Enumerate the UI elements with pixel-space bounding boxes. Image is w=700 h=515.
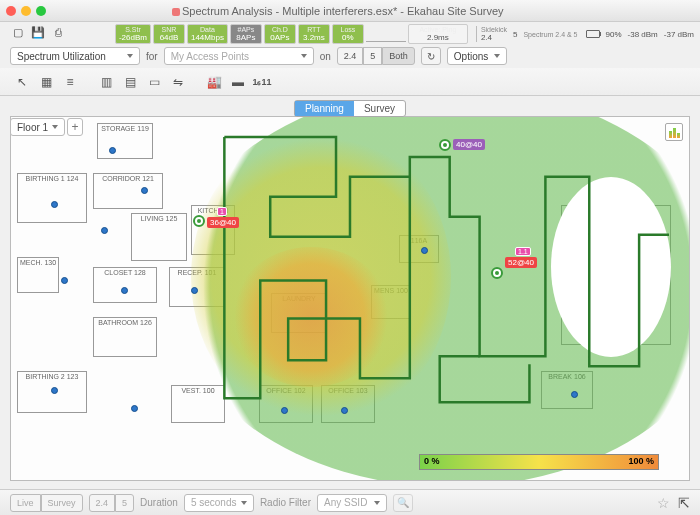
flip-tool[interactable]: ⇋ xyxy=(166,71,190,93)
ap-label-1[interactable]: 136@40 xyxy=(207,217,239,228)
bottom-band5-button[interactable]: 5 xyxy=(115,494,134,512)
battery-icon xyxy=(586,30,600,38)
battery-level: 90% xyxy=(606,30,622,39)
floor-select[interactable]: Floor 1 xyxy=(10,118,65,136)
radiofilter-label: Radio Filter xyxy=(260,497,311,508)
ap-marker-2[interactable] xyxy=(491,267,503,279)
doc-tool[interactable]: ▭ xyxy=(142,71,166,93)
duration-label: Duration xyxy=(140,497,178,508)
refresh-button[interactable]: ↻ xyxy=(421,47,441,65)
tab-planning[interactable]: Planning xyxy=(295,101,354,116)
band-segmented[interactable]: 2.4 5 Both xyxy=(337,47,415,65)
mode-segmented[interactable]: Live Survey xyxy=(10,494,83,512)
band-24-button[interactable]: 2.4 xyxy=(337,47,364,65)
channel-tool[interactable]: 1₆11 xyxy=(250,71,274,93)
ap-label-3[interactable]: 40@40 xyxy=(453,139,485,150)
sidekick-readout: Sidekick2.4 5 Spectrum 2.4 & 5 xyxy=(476,26,578,42)
stat-chd: Ch.D0APs xyxy=(264,24,296,44)
bottom-band24-button[interactable]: 2.4 xyxy=(89,494,116,512)
cursor-tool[interactable]: ↖ xyxy=(10,71,34,93)
ap-select[interactable]: My Access Points xyxy=(164,47,314,65)
stat-rtt: RTT3.2ms xyxy=(298,24,330,44)
dbm1: -38 dBm xyxy=(628,30,658,39)
ap-marker-1[interactable] xyxy=(193,215,205,227)
chart-toggle-button[interactable] xyxy=(665,123,683,141)
stat-loss: Loss0% xyxy=(332,24,364,44)
sparkline xyxy=(366,26,406,42)
search-button[interactable]: 🔍 xyxy=(393,494,413,512)
radiofilter-select[interactable]: Any SSID xyxy=(317,494,387,512)
add-floor-button[interactable]: + xyxy=(67,118,83,136)
tab-survey[interactable]: Survey xyxy=(354,101,405,116)
stat-ping: Active: Ping2.9ms xyxy=(408,24,468,44)
ap-marker-3[interactable] xyxy=(439,139,451,151)
print-icon[interactable]: ⎙ xyxy=(50,24,66,40)
close-icon[interactable] xyxy=(6,6,16,16)
bring-front-tool[interactable]: ▥ xyxy=(94,71,118,93)
survey-path xyxy=(11,117,689,436)
duration-select[interactable]: 5 seconds xyxy=(184,494,254,512)
live-button[interactable]: Live xyxy=(10,494,41,512)
dbm2: -37 dBm xyxy=(664,30,694,39)
stat-data: Data144Mbps xyxy=(187,24,228,44)
share-button[interactable]: ⇱ xyxy=(678,495,690,511)
align-tool[interactable]: ≡ xyxy=(58,71,82,93)
heatmap-legend: 0 % 100 % xyxy=(419,454,659,470)
map-canvas[interactable]: STORAGE 119 BIRTHING 1 124 CORRIDOR 121 … xyxy=(10,116,690,481)
options-button[interactable]: Options xyxy=(447,47,507,65)
favorite-button[interactable]: ☆ xyxy=(657,495,670,511)
zoom-icon[interactable] xyxy=(36,6,46,16)
new-file-icon[interactable]: ▢ xyxy=(10,24,26,40)
wall-tool[interactable]: ▬ xyxy=(226,71,250,93)
texture-tool[interactable]: ▦ xyxy=(34,71,58,93)
factory-tool[interactable]: 🏭 xyxy=(202,71,226,93)
band-both-button[interactable]: Both xyxy=(382,47,415,65)
band-5-button[interactable]: 5 xyxy=(363,47,382,65)
stat-sstr: S.Str-26dBm xyxy=(115,24,151,44)
on-label: on xyxy=(320,51,331,62)
stat-snr: SNR64dB xyxy=(153,24,185,44)
stat-aps: #APs8APs xyxy=(230,24,262,44)
save-icon[interactable]: 💾 xyxy=(30,24,46,40)
minimize-icon[interactable] xyxy=(21,6,31,16)
send-back-tool[interactable]: ▤ xyxy=(118,71,142,93)
visualization-select[interactable]: Spectrum Utilization xyxy=(10,47,140,65)
survey-button[interactable]: Survey xyxy=(41,494,83,512)
bottom-band-segmented[interactable]: 2.4 5 xyxy=(89,494,135,512)
window-title: Spectrum Analysis - Multiple interferers… xyxy=(172,5,504,17)
ap-label-2[interactable]: 1.152@40 xyxy=(505,257,537,268)
for-label: for xyxy=(146,51,158,62)
